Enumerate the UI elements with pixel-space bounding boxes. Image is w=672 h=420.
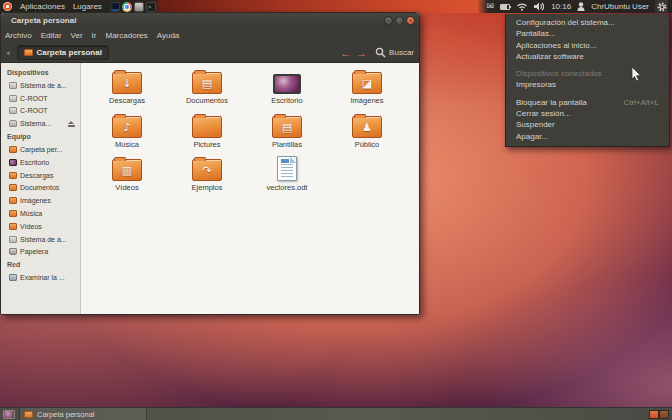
search-label[interactable]: Buscar bbox=[389, 48, 414, 57]
eject-icon[interactable] bbox=[68, 121, 75, 127]
sidebar-item-pictures[interactable]: Imágenes bbox=[1, 194, 80, 207]
folder-link-icon: ↷ bbox=[192, 159, 222, 181]
menu-ayuda[interactable]: Ayuda bbox=[157, 31, 180, 40]
menu-item-shutdown[interactable]: Apagar... bbox=[506, 131, 669, 142]
workspace-1[interactable] bbox=[649, 410, 659, 419]
taskbar-item-carpeta-personal[interactable]: Carpeta personal bbox=[19, 408, 147, 420]
sidebar-item-downloads[interactable]: Descargas bbox=[1, 169, 80, 182]
file-grid: ↓ Descargas ▤ Documentos Escritorio ◪ Im… bbox=[81, 63, 419, 314]
folder-icon bbox=[24, 49, 33, 56]
window-menubar: Archivo Editar Ver Ir Marcadores Ayuda bbox=[1, 28, 419, 43]
breadcrumb-home-button[interactable]: Carpeta personal bbox=[17, 45, 109, 60]
pathbar: ◂ Carpeta personal ← → Buscar bbox=[1, 43, 419, 63]
username-menu[interactable]: ChrUbuntu User bbox=[591, 2, 649, 11]
menu-ver[interactable]: Ver bbox=[71, 31, 83, 40]
sidebar-item-label: Papelera bbox=[20, 248, 48, 255]
sidebar-item-videos[interactable]: Vídeos bbox=[1, 220, 80, 233]
folder-public-icon: ♟ bbox=[352, 116, 382, 138]
terminal-icon[interactable]: > bbox=[146, 2, 156, 12]
file-label: Pictures bbox=[193, 140, 220, 149]
mail-icon[interactable]: ✉ bbox=[487, 0, 495, 13]
clock[interactable]: 10:16 bbox=[551, 2, 571, 11]
folder-icon bbox=[9, 210, 17, 217]
ubuntu-logo-icon[interactable] bbox=[3, 2, 12, 11]
menu-editar[interactable]: Editar bbox=[41, 31, 62, 40]
sidebar-item-croot-1[interactable]: C-ROOT bbox=[1, 92, 80, 105]
sidebar-item-browse-network[interactable]: Examinar la ... bbox=[1, 271, 80, 284]
minimize-button[interactable]: − bbox=[384, 16, 393, 25]
download-emblem: ↓ bbox=[113, 77, 141, 91]
sidebar-item-home[interactable]: Carpeta per... bbox=[1, 143, 80, 156]
maximize-button[interactable]: □ bbox=[395, 16, 404, 25]
file-documentos[interactable]: ▤ Documentos bbox=[167, 68, 247, 112]
path-scroll-left-icon[interactable]: ◂ bbox=[6, 49, 10, 57]
menu-item-label: Cerrar sesión... bbox=[516, 108, 571, 119]
sidebar-item-filesystem[interactable]: Sistema de a... bbox=[1, 79, 80, 92]
file-publico[interactable]: ♟ Público bbox=[327, 112, 407, 156]
file-musica[interactable]: ♪ Música bbox=[87, 112, 167, 156]
film-emblem: ▥ bbox=[113, 164, 141, 178]
files-app-icon[interactable] bbox=[134, 2, 144, 12]
menu-item-startup-apps[interactable]: Aplicaciones al inicio... bbox=[506, 40, 669, 51]
show-desktop-icon[interactable] bbox=[3, 410, 15, 419]
battery-icon[interactable] bbox=[500, 4, 510, 10]
folder-icon bbox=[9, 197, 17, 204]
session-gear-button[interactable] bbox=[655, 0, 668, 13]
menu-item-displays[interactable]: Pantallas... bbox=[506, 28, 669, 39]
workspace-2[interactable] bbox=[659, 410, 669, 419]
menu-archivo[interactable]: Archivo bbox=[5, 31, 32, 40]
menu-marcadores[interactable]: Marcadores bbox=[106, 31, 148, 40]
sidebar-item-label: Sistema... bbox=[20, 120, 51, 127]
volume-icon[interactable] bbox=[534, 2, 545, 11]
sidebar-header-devices: Dispositivos bbox=[1, 66, 80, 79]
sidebar-item-music[interactable]: Música bbox=[1, 207, 80, 220]
menu-item-system-settings[interactable]: Configuración del sistema... bbox=[506, 17, 669, 28]
document-image-thumb bbox=[281, 159, 289, 163]
close-button[interactable]: × bbox=[406, 16, 415, 25]
file-plantillas[interactable]: ▤ Plantillas bbox=[247, 112, 327, 156]
sidebar-item-label: Documentos bbox=[20, 184, 59, 191]
harddisk-icon bbox=[9, 95, 17, 102]
file-imagenes[interactable]: ◪ Imágenes bbox=[327, 68, 407, 112]
mouse-cursor bbox=[631, 67, 643, 83]
search-icon[interactable] bbox=[375, 47, 386, 58]
menu-item-label: Suspender bbox=[516, 119, 555, 130]
menu-ir[interactable]: Ir bbox=[92, 31, 97, 40]
app-window-thumbnail-icon[interactable] bbox=[110, 2, 120, 12]
file-label: Ejemplos bbox=[192, 183, 223, 192]
menu-item-logout[interactable]: Cerrar sesión... bbox=[506, 108, 669, 119]
user-icon bbox=[577, 2, 585, 11]
file-pictures[interactable]: Pictures bbox=[167, 112, 247, 156]
sidebar-header-computer: Equipo bbox=[1, 130, 80, 143]
menu-item-lock-screen[interactable]: Bloquear la pantalla Ctrl+Alt+L bbox=[506, 97, 669, 108]
wifi-icon[interactable] bbox=[516, 2, 528, 11]
forward-button[interactable]: → bbox=[356, 44, 367, 62]
system-tray: ✉ 10:16 ChrUbuntu User bbox=[487, 0, 672, 13]
sidebar-item-label: C-ROOT bbox=[20, 107, 48, 114]
chrome-icon[interactable] bbox=[122, 2, 132, 12]
window-content: Dispositivos Sistema de a... C-ROOT C-RO… bbox=[1, 63, 419, 314]
file-label: Música bbox=[115, 140, 139, 149]
person-emblem: ♟ bbox=[353, 121, 381, 135]
file-label: Plantillas bbox=[272, 140, 302, 149]
file-vectores-odt[interactable]: vectores.odt bbox=[247, 155, 327, 199]
sidebar-item-documents[interactable]: Documentos bbox=[1, 182, 80, 195]
sidebar-item-croot-2[interactable]: C-ROOT bbox=[1, 105, 80, 118]
menu-item-printers[interactable]: Impresoras bbox=[506, 79, 669, 90]
sidebar-item-filesystem-2[interactable]: Sistema de a... bbox=[1, 233, 80, 246]
sidebar-item-label: C-ROOT bbox=[20, 95, 48, 102]
sidebar-item-sistema-volume[interactable]: Sistema... bbox=[1, 117, 80, 130]
file-escritorio[interactable]: Escritorio bbox=[247, 68, 327, 112]
window-titlebar[interactable]: Carpeta personal − □ × bbox=[1, 13, 419, 28]
music-emblem: ♪ bbox=[113, 121, 141, 135]
folder-icon bbox=[192, 116, 222, 138]
file-videos[interactable]: ▥ Vídeos bbox=[87, 155, 167, 199]
sidebar-item-trash[interactable]: Papelera bbox=[1, 246, 80, 259]
menu-item-suspend[interactable]: Suspender bbox=[506, 119, 669, 130]
sidebar-item-desktop[interactable]: Escritorio bbox=[1, 156, 80, 169]
file-descargas[interactable]: ↓ Descargas bbox=[87, 68, 167, 112]
back-button[interactable]: ← bbox=[340, 44, 351, 62]
menu-item-software-update[interactable]: Actualizar software bbox=[506, 51, 669, 62]
file-ejemplos[interactable]: ↷ Ejemplos bbox=[167, 155, 247, 199]
odt-document-icon bbox=[277, 156, 297, 181]
